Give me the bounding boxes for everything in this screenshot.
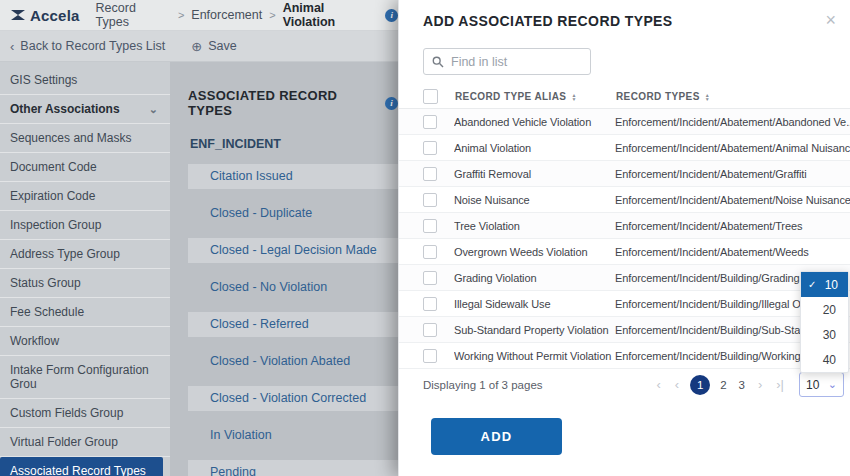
associated-record-types-panel: ASSOCIATED RECORD TYPES i ENF_INCIDENT C… [170,62,398,476]
sidebar-item[interactable]: Inspection Group ⌄ [0,211,170,240]
page-size-option[interactable]: ✓ 10 [801,272,848,297]
save-button[interactable]: ⊕ Save [191,39,236,54]
chevron-left-icon: ‹ [10,39,14,54]
table-row[interactable]: Working Without Permit Violation Enforce… [399,343,850,369]
page-size-option-label: 40 [823,353,836,367]
page-size-select[interactable]: 10 ⌄ [799,372,844,397]
back-button-label: Back to Record Types List [20,39,165,53]
row-checkbox[interactable] [423,323,437,337]
record-type-link[interactable]: Closed - Duplicate [188,201,398,226]
page-number-button[interactable]: 1 [690,375,710,395]
modal-header: ADD ASSOCIATED RECORD TYPES × [399,0,850,29]
add-button[interactable]: ADD [431,418,562,455]
page-size-option-label: 30 [823,328,836,342]
row-checkbox[interactable] [423,271,437,285]
breadcrumb-record-types[interactable]: Record Types [96,1,171,29]
sidebar-item[interactable]: Address Type Group ⌄ [0,240,170,269]
page-size-option[interactable]: ✓ 40 [801,347,848,372]
breadcrumb-enforcement[interactable]: Enforcement [191,8,262,22]
sidebar-item[interactable]: GIS Settings ⌄ [0,66,170,95]
sidebar-item-label: Status Group [10,276,81,290]
record-type-alias-cell: Working Without Permit Violation [454,350,615,362]
row-checkbox[interactable] [423,141,437,155]
sort-icon[interactable]: ▲▼ [571,93,576,101]
search-box[interactable] [423,48,591,75]
sidebar-item[interactable]: Workflow ⌄ [0,327,170,356]
info-icon[interactable]: i [385,97,398,110]
record-type-alias-cell: Animal Violation [454,142,615,154]
sidebar-item-label: Inspection Group [10,218,101,232]
breadcrumb-current-page: Animal Violation [283,1,379,29]
sidebar-item[interactable]: Expiration Code ⌄ [0,182,170,211]
column-header-record-type-alias[interactable]: RECORD TYPE ALIAS▲▼ [455,91,616,102]
sidebar-item[interactable]: Document Code ⌄ [0,153,170,182]
page-number-button[interactable]: 2 [720,379,726,391]
sidebar-item-label: Virtual Folder Group [10,435,118,449]
row-checkbox[interactable] [423,245,437,259]
record-type-alias-cell: Overgrown Weeds Violation [454,246,615,258]
save-icon: ⊕ [191,39,202,54]
record-types-cell: Enforcement/Incident/Abatement/Graffiti [615,168,850,180]
last-page-icon[interactable]: ›| [776,377,784,392]
sidebar-item[interactable]: Other Associations ⌄ [0,95,170,124]
first-page-icon[interactable]: ‹ [656,377,660,392]
back-button[interactable]: ‹ Back to Record Types List [10,39,165,54]
search-input[interactable] [451,55,571,69]
table-row[interactable]: Illegal Sidewalk Use Enforcement/Inciden… [399,291,850,317]
record-type-alias-cell: Abandoned Vehicle Violation [454,116,615,128]
sidebar-item-label: Fee Schedule [10,305,84,319]
breadcrumb: Record Types > Enforcement > Animal Viol… [96,1,398,29]
record-type-link[interactable]: In Violation [188,423,398,448]
sidebar-item[interactable]: Virtual Folder Group ⌄ [0,428,170,457]
previous-page-icon[interactable]: ‹ [675,377,679,392]
sidebar-item-label: Document Code [10,160,97,174]
table-row[interactable]: Overgrown Weeds Violation Enforcement/In… [399,239,850,265]
row-checkbox[interactable] [423,193,437,207]
table-row[interactable]: Grading Violation Enforcement/Incident/B… [399,265,850,291]
row-checkbox[interactable] [423,297,437,311]
info-icon[interactable]: i [385,9,398,22]
select-all-checkbox[interactable] [423,89,438,104]
sidebar-item[interactable]: Intake Form Configuration Grou ⌄ [0,356,170,399]
column-header-record-types[interactable]: RECORD TYPES▲▼ [616,91,850,102]
table-row[interactable]: Graffiti Removal Enforcement/Incident/Ab… [399,161,850,187]
record-type-alias-cell: Tree Violation [454,220,615,232]
row-checkbox[interactable] [423,219,437,233]
sidebar-item-label: GIS Settings [10,73,77,87]
save-button-label: Save [208,39,237,53]
sort-icon[interactable]: ▲▼ [705,93,710,101]
sidebar-item-label: Expiration Code [10,189,95,203]
close-icon[interactable]: × [825,13,836,27]
table-row[interactable]: Animal Violation Enforcement/Incident/Ab… [399,135,850,161]
page-size-option[interactable]: ✓ 30 [801,322,848,347]
row-checkbox[interactable] [423,115,437,129]
sidebar-item[interactable]: Fee Schedule ⌄ [0,298,170,327]
page-number-button[interactable]: 3 [739,379,745,391]
sidebar-item[interactable]: Status Group ⌄ [0,269,170,298]
record-type-link[interactable]: Closed - Violation Corrected [188,386,398,411]
sidebar-item[interactable]: Associated Record Types ⌄ [0,457,163,476]
table-row[interactable]: Sub-Standard Property Violation Enforcem… [399,317,850,343]
pagination-summary: Displaying 1 of 3 pages [423,379,649,391]
sidebar-item-label: Intake Form Configuration Grou [10,363,158,391]
row-checkbox[interactable] [423,349,437,363]
record-types-cell: Enforcement/Incident/Abatement/Abandoned… [615,116,850,128]
row-checkbox[interactable] [423,167,437,181]
page-size-value: 10 [806,378,819,392]
table-row[interactable]: Noise Nuisance Enforcement/Incident/Abat… [399,187,850,213]
sidebar-item[interactable]: Sequences and Masks ⌄ [0,124,170,153]
record-type-link[interactable]: Closed - Referred [188,312,398,337]
record-type-link[interactable]: Pending [188,460,398,476]
page-size-option-label: 20 [823,303,836,317]
record-type-group-label[interactable]: ENF_INCIDENT [188,137,398,151]
sidebar-item[interactable]: Custom Fields Group ⌄ [0,399,170,428]
table-row[interactable]: Tree Violation Enforcement/Incident/Abat… [399,213,850,239]
table-row[interactable]: Abandoned Vehicle Violation Enforcement/… [399,109,850,135]
page-size-option[interactable]: ✓ 20 [801,297,848,322]
record-type-link[interactable]: Closed - No Violation [188,275,398,300]
next-page-icon[interactable]: › [758,377,762,392]
record-type-link[interactable]: Citation Issued [188,164,398,189]
record-type-link[interactable]: Closed - Legal Decision Made [188,238,398,263]
record-type-link[interactable]: Closed - Violation Abated [188,349,398,374]
content-area: GIS Settings ⌄ Other Associations ⌄ Sequ… [0,62,398,476]
